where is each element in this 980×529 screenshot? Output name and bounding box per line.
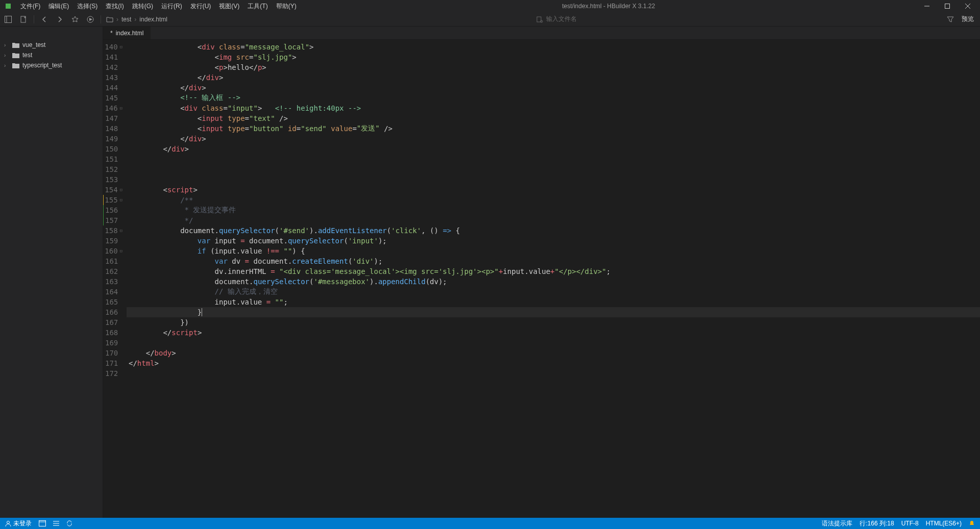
code-line[interactable]: // 输入完成，清空 [127,287,980,297]
menu-file[interactable]: 文件(F) [16,2,44,11]
status-grammar[interactable]: 语法提示库 [822,519,852,528]
code-line[interactable]: <p>hello</p> [127,62,980,72]
run-icon[interactable] [85,14,95,24]
code-line[interactable]: * 发送提交事件 [127,205,980,215]
bell-icon[interactable] [969,520,975,526]
code-line[interactable]: <div class="message_local"> [127,42,980,52]
code-line[interactable]: <img src="slj.jpg"> [127,52,980,62]
code-line[interactable] [127,174,980,185]
search-icon [536,16,543,23]
code-line[interactable]: dv.innerHTML = "<div class='message_loca… [127,266,980,276]
preview-button[interactable]: 预览 [962,15,974,23]
code-line[interactable]: document.querySelector('#send').addEvent… [127,225,980,236]
user-icon [5,520,11,526]
code-line[interactable]: </div> [127,144,980,154]
code-line[interactable]: <input type="button" id="send" value="发送… [127,123,980,134]
chevron-right-icon: › [4,53,9,58]
code-line[interactable]: </div> [127,83,980,93]
explorer-toggle-icon[interactable] [3,14,13,24]
sidebar-item-vue-test[interactable]: › vue_test [0,40,103,50]
menu-goto[interactable]: 跳转(G) [128,2,157,11]
tab-dirty-indicator: * [110,30,113,37]
editor-tabs: * index.html [103,27,980,40]
breadcrumb: › test › index.html [106,16,167,23]
status-rowcol[interactable]: 行:166 列:18 [860,519,894,528]
chevron-right-icon: › [4,63,9,68]
folder-icon [12,52,19,58]
svg-rect-0 [6,4,11,9]
status-login[interactable]: 未登录 [5,519,32,528]
code-line[interactable] [127,164,980,174]
status-login-label: 未登录 [13,519,32,528]
code-line[interactable]: input.value = ""; [127,297,980,307]
close-button[interactable] [958,0,978,12]
code-line[interactable]: <script> [127,185,980,195]
code-line[interactable]: }) [127,317,980,328]
code-line[interactable]: if (input.value !== "") { [127,246,980,256]
app-logo-icon [4,2,12,10]
sidebar-item-typescript-test[interactable]: › typescript_test [0,60,103,70]
maximize-button[interactable] [937,0,958,12]
chevron-right-icon: › [4,42,9,48]
menu-select[interactable]: 选择(S) [73,2,102,11]
svg-rect-14 [39,521,46,526]
minimize-button[interactable] [917,0,937,12]
code-line[interactable]: var dv = document.createElement('div'); [127,256,980,266]
code-line[interactable]: <div class="input"> <!-- height:40px --> [127,103,980,113]
statusbar: 未登录 语法提示库 行:166 列:18 UTF-8 HTML(ES6+) [0,518,980,529]
code-line[interactable]: } [127,307,980,317]
status-terminal-icon[interactable] [39,520,46,526]
separator [101,15,101,23]
tree-label: typescript_test [22,62,62,69]
file-search-placeholder: 输入文件名 [546,15,577,23]
code-line[interactable]: /** [127,195,980,205]
menu-run[interactable]: 运行(R) [157,2,186,11]
menu-view[interactable]: 视图(V) [215,2,243,11]
tab-index-html[interactable]: * index.html [103,27,151,39]
code-content[interactable]: <div class="message_local"> <img src="sl… [127,40,980,518]
svg-rect-2 [945,4,950,9]
code-line[interactable] [127,154,980,164]
code-line[interactable]: <input type="text" /> [127,113,980,123]
menu-help[interactable]: 帮助(Y) [272,2,301,11]
code-line[interactable]: </div> [127,134,980,144]
separator [34,15,34,23]
code-line[interactable]: var input = document.querySelector('inpu… [127,236,980,246]
folder-icon [12,62,19,68]
code-line[interactable]: <!-- 输入框 --> [127,93,980,103]
status-sync-icon[interactable] [66,520,72,526]
new-file-icon[interactable] [18,14,29,24]
folder-icon [12,42,19,48]
menu-publish[interactable]: 发行(U) [186,2,215,11]
code-line[interactable]: </html> [127,358,980,368]
code-area[interactable]: 140⊟141142143144145146⊟14714814915015115… [103,40,980,518]
code-line[interactable]: */ [127,215,980,225]
code-line[interactable]: </script> [127,328,980,338]
file-search[interactable]: 输入文件名 [173,15,940,23]
status-list-icon[interactable] [53,520,59,526]
code-line[interactable] [127,368,980,379]
tab-label: index.html [116,30,144,37]
menu-find[interactable]: 查找(I) [102,2,128,11]
code-line[interactable]: </body> [127,348,980,358]
forward-icon[interactable] [55,14,65,24]
tree-label: test [22,52,32,59]
sidebar: › vue_test › test › typescript_test [0,27,103,518]
code-line[interactable]: </div> [127,72,980,83]
folder-icon [106,16,113,22]
filter-icon[interactable] [945,14,955,24]
code-line[interactable] [127,338,980,348]
code-line[interactable]: document.querySelector('#messagebox').ap… [127,276,980,287]
breadcrumb-item[interactable]: index.html [139,16,167,23]
menu-tools[interactable]: 工具(T) [243,2,272,11]
status-language[interactable]: HTML(ES6+) [926,520,962,527]
menubar: 文件(F) 编辑(E) 选择(S) 查找(I) 跳转(G) 运行(R) 发行(U… [0,0,980,12]
sidebar-item-test[interactable]: › test [0,50,103,60]
svg-point-13 [7,521,10,524]
breadcrumb-item[interactable]: test [121,16,131,23]
back-icon[interactable] [39,14,50,24]
editor: * index.html 140⊟141142143144145146⊟1471… [103,27,980,518]
status-encoding[interactable]: UTF-8 [901,520,919,527]
favorite-icon[interactable] [70,14,80,24]
menu-edit[interactable]: 编辑(E) [44,2,73,11]
